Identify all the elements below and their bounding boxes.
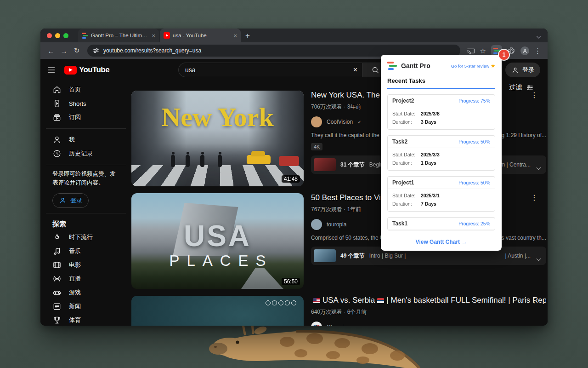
channel-name[interactable]: CoolVision	[327, 119, 353, 125]
task-card-body: Start Date:2025/3/1 Duration:7 Days	[388, 189, 495, 211]
url-text: youtube.com/results?search_query=usa	[103, 47, 201, 54]
tab-gantt-pro[interactable]: Gantt Pro – The Ultimate Gan ×	[78, 29, 159, 42]
channel-avatar[interactable]	[311, 219, 322, 230]
review-link-text: Go for 5-star review	[451, 63, 489, 69]
sidebar-item-me[interactable]: 我	[40, 133, 131, 147]
task-progress: Progress: 25%	[458, 221, 490, 226]
chapter-names-continued: m | Centra...	[498, 161, 531, 168]
cast-icon[interactable]	[467, 47, 475, 54]
sidebar-divider	[46, 165, 126, 165]
youtube-play-icon	[64, 66, 77, 75]
person-icon	[522, 48, 528, 54]
duration-value: 3 Days	[421, 119, 436, 125]
search-input[interactable]	[178, 63, 362, 77]
channel-avatar[interactable]	[311, 116, 322, 127]
duration-label: Duration:	[392, 201, 421, 207]
task-card-header: Project2 Progress: 75%	[388, 95, 495, 107]
pedestrian	[171, 155, 175, 167]
profile-avatar[interactable]	[520, 46, 529, 55]
bookmark-star-icon[interactable]: ☆	[480, 47, 486, 54]
sidebar-item-gaming[interactable]: 游戏	[40, 286, 131, 299]
sidebar-item-music[interactable]: 音乐	[40, 244, 131, 258]
sidebar-item-subscriptions[interactable]: 订阅	[40, 110, 131, 124]
person-icon	[52, 135, 62, 144]
sidebar-item-news[interactable]: 新闻	[40, 299, 131, 313]
channel-name[interactable]: Olympics	[327, 324, 349, 326]
back-button[interactable]: ←	[45, 47, 57, 55]
person-icon	[511, 66, 519, 74]
sidebar-label: 时下流行	[69, 233, 93, 242]
video-menu-kebab-icon[interactable]: ⋮	[531, 91, 538, 99]
channel-name[interactable]: touropia	[327, 221, 346, 228]
task-card-body: Start Date:2025/3/3 Duration:1 Days	[388, 148, 495, 170]
sidebar-item-shorts[interactable]: Shorts	[40, 97, 131, 110]
task-card-task1[interactable]: Task1 Progress: 25%	[387, 217, 495, 230]
duration-label: Duration:	[392, 119, 421, 125]
review-link[interactable]: Go for 5-star review ★	[451, 63, 495, 69]
recent-tasks-heading: Recent Tasks	[387, 77, 495, 89]
tab-close-icon[interactable]: ×	[233, 33, 237, 39]
gantt-pro-popup: Gantt Pro Go for 5-star review ★ Recent …	[381, 55, 502, 251]
video-menu-kebab-icon[interactable]: ⋮	[531, 193, 538, 202]
forward-button[interactable]: →	[58, 47, 70, 55]
sidebar-item-live[interactable]: 直播	[40, 272, 131, 286]
desktop: Gantt Pro – The Ultimate Gan × usa - You…	[0, 0, 588, 368]
zoom-window-button[interactable]	[63, 33, 68, 38]
explore-heading: 探索	[40, 218, 131, 230]
view-gantt-chart-link[interactable]: View Gantt Chart →	[387, 234, 495, 245]
sidebar-item-history[interactable]: 历史记录	[40, 147, 131, 161]
sidebar-item-movies[interactable]: 电影	[40, 258, 131, 272]
browser-menu-kebab-icon[interactable]: ⋮	[534, 47, 541, 54]
thumbnail-red-car	[279, 156, 299, 166]
chevron-down-icon[interactable]	[537, 254, 540, 262]
reload-button[interactable]: ↻	[71, 46, 83, 55]
search-clear-icon[interactable]: ×	[353, 66, 357, 74]
sidebar-signin-button[interactable]: 登录	[52, 193, 89, 208]
duration-badge: 41:48	[282, 175, 300, 183]
olympic-rings-icon	[266, 300, 296, 305]
header-signin-button[interactable]: 登录	[505, 63, 540, 77]
task-card-task2[interactable]: Task2 Progress: 50% Start Date:2025/3/3 …	[387, 135, 495, 171]
gantt-pro-favicon	[82, 32, 88, 39]
youtube-logo[interactable]: YouTube	[64, 65, 109, 75]
tab-search-chevron-icon[interactable]	[537, 31, 540, 40]
start-date-value: 2025/3/1	[421, 193, 440, 198]
chapter-names: Intro | Big Sur |	[369, 253, 406, 259]
duration-label: Duration:	[392, 160, 421, 166]
filter-button[interactable]: 过滤	[509, 83, 534, 92]
sidebar-label: 新闻	[69, 302, 81, 310]
new-tab-button[interactable]: +	[245, 32, 250, 40]
video-menu-kebab-icon[interactable]: ⋮	[531, 296, 538, 305]
minimize-window-button[interactable]	[55, 33, 60, 38]
sidebar-label: 订阅	[69, 113, 81, 121]
verified-check-icon: ✓	[354, 325, 357, 326]
video-title[interactable]: USA vs. Serbia| Men's basketball FULL Se…	[311, 296, 546, 305]
channel-avatar[interactable]	[311, 322, 322, 326]
serbia-flag-icon	[377, 298, 384, 303]
video-result-usa-serbia[interactable]: USA vs. Serbia| Men's basketball FULL Se…	[131, 296, 548, 326]
task-card-project2[interactable]: Project2 Progress: 75% Start Date:2025/3…	[387, 94, 495, 130]
tab-youtube[interactable]: usa - YouTube ×	[160, 29, 241, 42]
close-window-button[interactable]	[47, 33, 52, 38]
video-thumbnail[interactable]: New York 41:48	[131, 91, 304, 186]
shorts-icon	[52, 99, 62, 108]
tab-close-icon[interactable]: ×	[152, 33, 155, 39]
extension-notification-badge[interactable]: 1	[499, 50, 509, 60]
description-text-continued: is vast country th...	[500, 235, 546, 241]
channel-row[interactable]: Olympics ✓	[311, 322, 546, 326]
news-icon	[52, 302, 62, 311]
video-thumbnail[interactable]: USA PLACES 56:50	[131, 193, 304, 289]
hamburger-menu-icon[interactable]	[47, 65, 56, 75]
signin-label: 登录	[70, 196, 82, 205]
task-card-project1[interactable]: Project1 Progress: 50% Start Date:2025/3…	[387, 176, 495, 212]
video-thumbnail[interactable]	[131, 296, 304, 326]
sidebar-item-sports[interactable]: 体育	[40, 313, 131, 326]
chevron-down-icon[interactable]	[537, 163, 540, 171]
video-meta: 640万次观看 · 6个月前	[311, 308, 546, 316]
movies-film-icon	[52, 260, 62, 270]
person-icon	[59, 196, 67, 204]
site-settings-icon[interactable]	[93, 47, 99, 54]
sidebar-item-trending[interactable]: 时下流行	[40, 230, 131, 244]
sidebar-item-home[interactable]: 首页	[40, 83, 131, 97]
sidebar-label: 首页	[69, 86, 81, 94]
